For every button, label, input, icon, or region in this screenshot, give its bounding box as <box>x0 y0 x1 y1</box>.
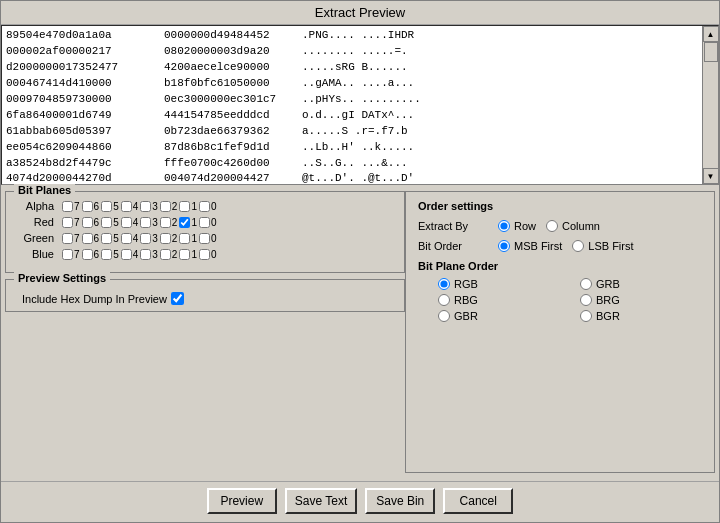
extract-by-column-radio[interactable] <box>546 220 558 232</box>
hex-ascii: ..gAMA.. ....a... <box>302 76 414 92</box>
include-hex-checkbox[interactable] <box>171 292 184 305</box>
bit-4-checkbox[interactable] <box>121 249 132 260</box>
bit-6-checkbox[interactable] <box>82 249 93 260</box>
save-text-button[interactable]: Save Text <box>285 488 357 514</box>
bit-item: 0 <box>199 217 217 228</box>
bit-7-checkbox[interactable] <box>62 217 73 228</box>
channel-name: Alpha <box>14 200 62 212</box>
bit-3-checkbox[interactable] <box>140 233 151 244</box>
bit-item: 1 <box>179 249 197 260</box>
hex-bytes: 08020000003d9a20 <box>164 44 294 60</box>
cancel-button[interactable]: Cancel <box>443 488 513 514</box>
bit-3-checkbox[interactable] <box>140 201 151 212</box>
gbr-label: GBR <box>454 310 478 322</box>
bit-item: 0 <box>199 233 217 244</box>
bit-item: 2 <box>160 217 178 228</box>
bit-planes-section: Bit Planes Alpha76543210Red76543210Green… <box>5 191 405 273</box>
preview-button[interactable]: Preview <box>207 488 277 514</box>
bit-item: 4 <box>121 249 139 260</box>
hex-ascii: a.....S .r=.f7.b <box>302 124 408 140</box>
extract-by-row-radio[interactable] <box>498 220 510 232</box>
scrollbar[interactable]: ▲ ▼ <box>702 26 718 184</box>
bit-5-checkbox[interactable] <box>101 249 112 260</box>
hex-bytes: 004074d200004427 <box>164 171 294 184</box>
bit-4-checkbox[interactable] <box>121 217 132 228</box>
bit-item: 1 <box>179 201 197 212</box>
bit-item: 4 <box>121 201 139 212</box>
bit-0-checkbox[interactable] <box>199 217 210 228</box>
bit-2-checkbox[interactable] <box>160 201 171 212</box>
bit-item: 2 <box>160 233 178 244</box>
scroll-thumb[interactable] <box>704 42 718 62</box>
bpo-brg: BRG <box>580 294 702 306</box>
rbg-radio[interactable] <box>438 294 450 306</box>
rbg-label: RBG <box>454 294 478 306</box>
bit-label: 2 <box>172 249 178 260</box>
bit-1-checkbox[interactable] <box>179 249 190 260</box>
bit-4-checkbox[interactable] <box>121 201 132 212</box>
hex-bytes: b18f0bfc61050000 <box>164 76 294 92</box>
bit-7-checkbox[interactable] <box>62 249 73 260</box>
bit-0-checkbox[interactable] <box>199 201 210 212</box>
bit-label: 1 <box>191 233 197 244</box>
bit-6-checkbox[interactable] <box>82 233 93 244</box>
bit-2-checkbox[interactable] <box>160 217 171 228</box>
scroll-up-btn[interactable]: ▲ <box>703 26 719 42</box>
bit-label: 3 <box>152 249 158 260</box>
hex-bytes: 4200aecelce90000 <box>164 60 294 76</box>
save-bin-button[interactable]: Save Bin <box>365 488 435 514</box>
scroll-track[interactable] <box>704 42 718 168</box>
hex-addr: a38524b8d2f4479c <box>6 156 156 172</box>
bit-5-checkbox[interactable] <box>101 233 112 244</box>
bit-0-checkbox[interactable] <box>199 233 210 244</box>
bit-item: 0 <box>199 249 217 260</box>
lsb-first-radio[interactable] <box>572 240 584 252</box>
gbr-radio[interactable] <box>438 310 450 322</box>
bit-item: 6 <box>82 249 100 260</box>
channel-name: Blue <box>14 248 62 260</box>
bit-7-checkbox[interactable] <box>62 201 73 212</box>
hex-bytes: 87d86b8c1fef9d1d <box>164 140 294 156</box>
bit-2-checkbox[interactable] <box>160 233 171 244</box>
bit-label: 5 <box>113 217 119 228</box>
hex-bytes: 0000000d49484452 <box>164 28 294 44</box>
include-hex-label: Include Hex Dump In Preview <box>22 292 184 305</box>
right-panel: Order settings Extract By Row Column Bit… <box>405 191 715 473</box>
brg-label: BRG <box>596 294 620 306</box>
msb-first-label: MSB First <box>514 240 562 252</box>
channel-name: Red <box>14 216 62 228</box>
bit-6-checkbox[interactable] <box>82 217 93 228</box>
msb-first-radio[interactable] <box>498 240 510 252</box>
hex-line: 61abbab605d053970b723dae66379362a.....S … <box>6 124 698 140</box>
hex-preview-area: 89504e470d0a1a0a0000000d49484452.PNG....… <box>1 25 719 185</box>
rgb-radio[interactable] <box>438 278 450 290</box>
grb-radio[interactable] <box>580 278 592 290</box>
bit-5-checkbox[interactable] <box>101 217 112 228</box>
bpo-rbg: RBG <box>438 294 560 306</box>
bit-label: 6 <box>94 217 100 228</box>
bit-2-checkbox[interactable] <box>160 249 171 260</box>
bit-5-checkbox[interactable] <box>101 201 112 212</box>
hex-ascii: ........ .....=. <box>302 44 408 60</box>
brg-radio[interactable] <box>580 294 592 306</box>
bit-6-checkbox[interactable] <box>82 201 93 212</box>
bit-0-checkbox[interactable] <box>199 249 210 260</box>
bit-3-checkbox[interactable] <box>140 217 151 228</box>
bit-item: 5 <box>101 249 119 260</box>
extract-by-col-radio: Column <box>546 220 600 232</box>
bit-item: 7 <box>62 233 80 244</box>
hex-addr: ee054c6209044860 <box>6 140 156 156</box>
extract-by-row-radio: Row <box>498 220 536 232</box>
bit-1-checkbox[interactable] <box>179 217 190 228</box>
bit-7-checkbox[interactable] <box>62 233 73 244</box>
bgr-radio[interactable] <box>580 310 592 322</box>
bit-label: 4 <box>133 233 139 244</box>
bit-1-checkbox[interactable] <box>179 233 190 244</box>
bit-planes-container: Alpha76543210Red76543210Green76543210Blu… <box>14 200 396 260</box>
bit-item: 0 <box>199 201 217 212</box>
bit-4-checkbox[interactable] <box>121 233 132 244</box>
bit-3-checkbox[interactable] <box>140 249 151 260</box>
scroll-down-btn[interactable]: ▼ <box>703 168 719 184</box>
hex-line: 00097048597300000ec3000000ec301c7..pHYs.… <box>6 92 698 108</box>
bit-1-checkbox[interactable] <box>179 201 190 212</box>
